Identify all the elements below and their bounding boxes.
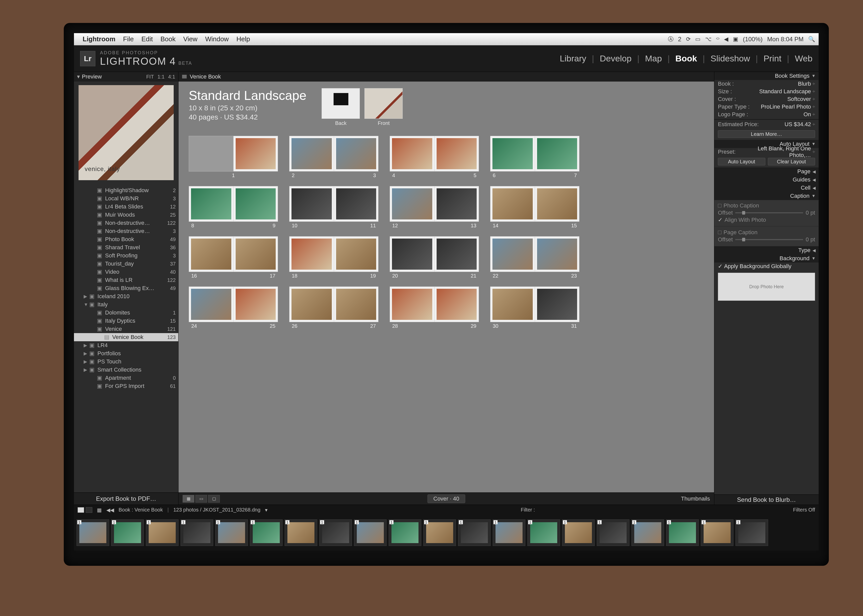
spread[interactable]: 1617 bbox=[189, 236, 278, 280]
collection-row[interactable]: ▣Italy Dyptics15 bbox=[74, 317, 178, 325]
menu-book[interactable]: Book bbox=[161, 35, 175, 43]
book-setting-row[interactable]: Paper Type :ProLine Pearl Photo÷ bbox=[714, 103, 819, 111]
page-right[interactable] bbox=[435, 237, 479, 272]
disclosure-triangle-icon[interactable]: ▶ bbox=[83, 367, 88, 372]
send-book-to-blurb-button[interactable]: Send Book to Blurb… bbox=[714, 495, 819, 504]
page-caption-checkbox[interactable]: Page Caption bbox=[718, 229, 815, 236]
page-left[interactable] bbox=[390, 186, 435, 222]
book-settings-header[interactable]: Book Settings▼ bbox=[714, 72, 819, 80]
page-right[interactable] bbox=[535, 186, 580, 222]
spread[interactable]: 2627 bbox=[289, 286, 378, 330]
module-web[interactable]: Web bbox=[795, 53, 813, 63]
filmstrip-thumb[interactable]: 1 bbox=[181, 519, 213, 546]
bluetooth-icon[interactable]: ⌥ bbox=[705, 36, 712, 42]
collection-row[interactable]: ▶▣Iceland 2010 bbox=[74, 292, 178, 300]
page-right[interactable] bbox=[435, 186, 479, 222]
zoom-fit[interactable]: FIT bbox=[146, 74, 154, 80]
collections-list[interactable]: ▣Highlight/Shadow2▣Local WB/NR3▣Lr4 Beta… bbox=[74, 186, 178, 492]
setting-value[interactable]: ProLine Pearl Photo bbox=[761, 104, 811, 110]
page-left[interactable] bbox=[189, 287, 234, 322]
module-print[interactable]: Print bbox=[764, 53, 781, 63]
page-right[interactable] bbox=[535, 136, 580, 171]
page-right[interactable] bbox=[234, 186, 278, 222]
collection-row[interactable]: ▣Lr4 Beta Slides12 bbox=[74, 203, 178, 211]
collection-row[interactable]: ▶▣Smart Collections bbox=[74, 366, 178, 374]
collection-row[interactable]: ▣Apartment0 bbox=[74, 374, 178, 382]
spread[interactable]: 2829 bbox=[390, 286, 479, 330]
collection-row[interactable]: ▶▣PS Touch bbox=[74, 358, 178, 366]
zoom-1-1[interactable]: 1:1 bbox=[157, 74, 164, 80]
filmstrip-breadcrumb[interactable]: Book : Venice Book bbox=[118, 507, 163, 513]
page-left[interactable] bbox=[490, 287, 535, 322]
export-book-pdf-button[interactable]: Export Book to PDF… bbox=[74, 492, 178, 504]
spread[interactable]: 23 bbox=[289, 136, 378, 179]
preset-row[interactable]: Preset: Left Blank, Right One Photo,…÷ bbox=[714, 148, 819, 156]
filmstrip-thumb[interactable]: 1 bbox=[458, 519, 491, 546]
collection-row[interactable]: ▣Highlight/Shadow2 bbox=[74, 186, 178, 195]
second-window-button[interactable] bbox=[86, 507, 92, 513]
front-cover-thumb[interactable] bbox=[364, 88, 403, 119]
page-left[interactable] bbox=[290, 186, 334, 222]
filmstrip-thumb[interactable]: 1 bbox=[666, 519, 699, 546]
page-right[interactable] bbox=[234, 136, 278, 171]
filmstrip-thumb[interactable]: 1 bbox=[423, 519, 456, 546]
photo-caption-checkbox[interactable]: Photo Caption bbox=[718, 202, 815, 209]
spotlight-icon[interactable]: 🔍 bbox=[808, 36, 815, 42]
notification-icon[interactable]: Ⓐ bbox=[668, 35, 674, 43]
menu-view[interactable]: View bbox=[183, 35, 198, 43]
nav-dropdown-icon[interactable]: ▾ bbox=[265, 507, 268, 513]
module-map[interactable]: Map bbox=[645, 53, 662, 63]
filmstrip-thumb[interactable]: 1 bbox=[597, 519, 629, 546]
collection-row[interactable]: ▣Video40 bbox=[74, 268, 178, 276]
spread[interactable]: 2425 bbox=[189, 286, 278, 330]
page-left[interactable] bbox=[490, 237, 535, 272]
menu-help[interactable]: Help bbox=[236, 35, 250, 43]
disclosure-triangle-icon[interactable]: ▶ bbox=[83, 294, 88, 299]
disclosure-triangle-icon[interactable]: ▾ bbox=[77, 74, 80, 80]
preview-panel-header[interactable]: ▾ Preview FIT 1:1 4:1 bbox=[74, 72, 178, 82]
spread[interactable]: 2021 bbox=[390, 236, 479, 280]
setting-value[interactable]: Blurb bbox=[798, 80, 811, 87]
filmstrip-thumb[interactable]: 1 bbox=[250, 519, 283, 546]
filmstrip-thumb[interactable]: 1 bbox=[528, 519, 560, 546]
filmstrip-thumb[interactable]: 1 bbox=[562, 519, 595, 546]
filmstrip-thumb[interactable]: 1 bbox=[215, 519, 248, 546]
page-caption-offset-slider[interactable]: Offset0 pt bbox=[718, 236, 815, 243]
spread[interactable]: 1415 bbox=[490, 186, 580, 229]
preview-image[interactable]: venice, italy bbox=[79, 85, 174, 180]
disclosure-triangle-icon[interactable]: ▼ bbox=[83, 302, 88, 307]
apply-bg-globally-checkbox[interactable]: ✓ Apply Background Globally bbox=[714, 262, 819, 270]
filmstrip-thumb[interactable]: 1 bbox=[77, 519, 109, 546]
filmstrip-thumb[interactable]: 1 bbox=[701, 519, 734, 546]
filmstrip-thumb[interactable]: 1 bbox=[389, 519, 421, 546]
book-setting-row[interactable]: Logo Page :On÷ bbox=[714, 111, 819, 118]
spread[interactable]: 3031 bbox=[490, 286, 580, 330]
page-left[interactable] bbox=[290, 287, 334, 322]
filmstrip[interactable]: 11111111111111111111 bbox=[74, 515, 819, 550]
cell-panel-header[interactable]: Cell◀ bbox=[714, 184, 819, 192]
disclosure-triangle-icon[interactable]: ▶ bbox=[83, 343, 88, 348]
collection-row[interactable]: ▣Sharad Travel36 bbox=[74, 244, 178, 251]
align-with-photo-checkbox[interactable]: Align With Photo bbox=[718, 216, 815, 223]
page-left[interactable] bbox=[390, 136, 435, 171]
collection-row[interactable]: ▣Photo Book49 bbox=[74, 235, 178, 244]
collection-row[interactable]: ▣Venice121 bbox=[74, 325, 178, 333]
guides-panel-header[interactable]: Guides◀ bbox=[714, 176, 819, 184]
page-left[interactable] bbox=[290, 136, 334, 171]
page-left[interactable] bbox=[390, 237, 435, 272]
filmstrip-thumb[interactable]: 1 bbox=[146, 519, 178, 546]
page-right[interactable] bbox=[435, 287, 479, 322]
volume-icon[interactable]: ◀ bbox=[724, 36, 728, 42]
photo-caption-offset-slider[interactable]: Offset0 pt bbox=[718, 209, 815, 216]
disclosure-triangle-icon[interactable]: ▶ bbox=[83, 351, 88, 356]
filmstrip-thumb[interactable]: 1 bbox=[735, 519, 768, 546]
grid-icon[interactable] bbox=[182, 75, 187, 79]
collection-row[interactable]: ▣Soft Proofing3 bbox=[74, 251, 178, 260]
collection-row[interactable]: ▶▣LR4 bbox=[74, 341, 178, 349]
module-book[interactable]: Book bbox=[675, 53, 697, 63]
setting-value[interactable]: On bbox=[803, 111, 811, 118]
setting-value[interactable]: Standard Landscape bbox=[759, 88, 811, 95]
page-left[interactable] bbox=[189, 136, 234, 171]
auto-layout-button[interactable]: Auto Layout bbox=[718, 158, 765, 165]
collection-row[interactable]: ▣For GPS Import61 bbox=[74, 382, 178, 390]
